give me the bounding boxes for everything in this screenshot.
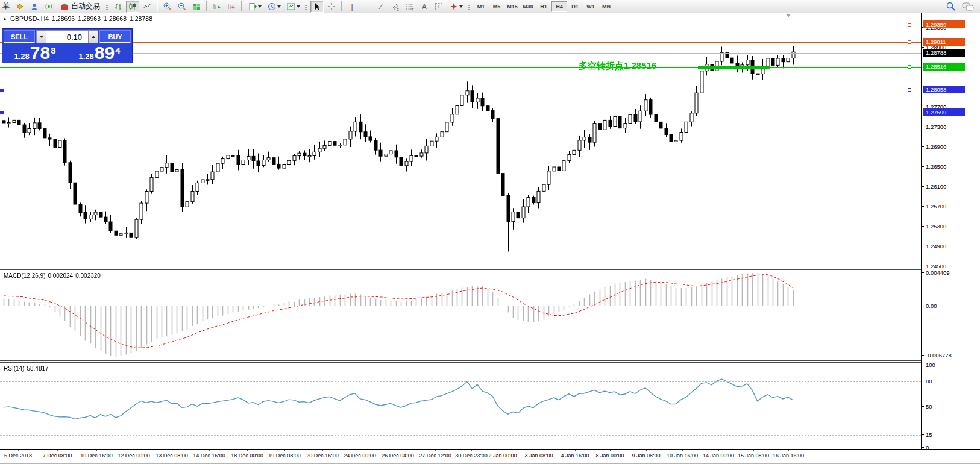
chart-shift-button[interactable] <box>210 1 224 13</box>
mt4-window: 单 自动交易 <box>0 0 980 464</box>
rsi-canvas[interactable] <box>0 363 921 449</box>
toolbar-grip <box>305 2 307 11</box>
cursor-button[interactable] <box>310 1 324 13</box>
fibonacci-button[interactable]: F <box>403 1 416 13</box>
time-axis[interactable]: 5 Dec 20187 Dec 08:0010 Dec 16:0012 Dec … <box>0 449 980 464</box>
time-label: 12 Dec 00:00 <box>118 453 150 459</box>
price-badge: 1.29359 <box>923 20 965 28</box>
line-handle[interactable] <box>908 65 911 69</box>
line-handle[interactable] <box>908 23 911 27</box>
timeframe-m30[interactable]: M30 <box>520 1 536 12</box>
bar-chart-button[interactable] <box>112 1 125 13</box>
zoom-out-button[interactable] <box>175 1 189 13</box>
price-tick-label: 1.24900 <box>926 243 946 249</box>
arrows-button[interactable] <box>447 1 465 13</box>
chart-shift-marker <box>786 14 791 17</box>
toolbar-separator <box>157 1 158 11</box>
signal-icon[interactable] <box>42 1 55 13</box>
line-handle[interactable] <box>908 88 911 92</box>
profiles-icon[interactable] <box>28 1 41 13</box>
text-label-button[interactable]: T <box>432 1 445 13</box>
price-badge: 1.28058 <box>923 86 965 93</box>
time-tick <box>172 450 172 451</box>
tick-dash <box>922 355 924 356</box>
price-tick-label: 1.25700 <box>926 203 946 210</box>
rsi-axis-label: 100 <box>922 362 935 368</box>
timeframe-m1[interactable]: M1 <box>473 1 489 12</box>
macd-canvas[interactable] <box>0 270 921 360</box>
symbol-period: GBPUSD-,H4 <box>10 15 49 22</box>
tile-windows-button[interactable] <box>190 1 203 13</box>
buy-price-sup: 4 <box>115 46 120 55</box>
channel-button[interactable]: E <box>389 1 402 13</box>
volume-decrease-button[interactable] <box>36 30 46 43</box>
menu-fragment[interactable]: 单 <box>2 1 10 11</box>
sell-price[interactable]: 1.28788 <box>4 44 66 62</box>
candlestick-chart-button[interactable] <box>126 1 139 13</box>
buy-price[interactable]: 1.28894 <box>68 44 131 62</box>
price-tick: 1.26900 <box>922 143 946 150</box>
timeframe-m15[interactable]: M15 <box>504 1 520 12</box>
new-order-gold-icon[interactable] <box>13 1 27 13</box>
rsi-level-50 <box>0 407 921 407</box>
time-tick <box>57 450 58 451</box>
sell-button[interactable]: SELL <box>4 30 35 43</box>
pane-separator[interactable] <box>0 360 980 363</box>
svg-text:E: E <box>397 8 399 11</box>
timeframe-m5[interactable]: M5 <box>489 1 504 12</box>
rsi-axis-value: 15 <box>926 431 932 438</box>
time-label: 8 Jan 00:00 <box>595 453 624 459</box>
rsi-axis-label: 50 <box>922 403 932 410</box>
toolbar-grip <box>106 2 108 11</box>
tick-dash <box>922 226 924 227</box>
autotrading-button[interactable]: 自动交易 <box>57 1 103 13</box>
macd-axis-value: 0.00 <box>926 303 937 309</box>
vertical-line-icon: | <box>351 2 353 11</box>
ohlc-close: 1.28788 <box>130 15 152 22</box>
text-button[interactable]: A <box>418 1 431 13</box>
line-handle[interactable] <box>908 40 911 44</box>
autotrading-icon <box>60 2 69 11</box>
rsi-value: 58.4817 <box>27 365 48 372</box>
rsi-axis-value: 100 <box>926 362 935 368</box>
pane-separator[interactable] <box>0 268 980 270</box>
line-chart-button[interactable] <box>140 1 154 13</box>
timeframe-d1[interactable]: D1 <box>567 1 583 12</box>
time-label: 20 Dec 16:00 <box>306 453 339 459</box>
new-order-button[interactable] <box>245 1 263 13</box>
timeframe-w1[interactable]: W1 <box>583 1 598 12</box>
ohlc-open: 1.28696 <box>52 15 75 22</box>
trendline-button[interactable]: ∕ <box>374 1 388 13</box>
toolbar-separator <box>241 1 242 11</box>
indicators-button[interactable] <box>284 1 302 13</box>
horizontal-line-button[interactable]: — <box>360 1 373 13</box>
crosshair-button[interactable] <box>325 1 338 13</box>
autotrading-label: 自动交易 <box>71 1 100 11</box>
timeframe-h4[interactable]: H4 <box>551 1 567 12</box>
volume-input[interactable]: 0.10 <box>46 30 88 43</box>
buy-button[interactable]: BUY <box>99 30 131 43</box>
turning-point-segment[interactable] <box>698 66 770 69</box>
auto-scroll-button[interactable] <box>225 1 238 13</box>
zoom-in-button[interactable] <box>161 1 174 13</box>
toolbar-right <box>946 1 978 11</box>
chart-title: ▲ GBPUSD-,H4 1.28696 1.28963 1.28668 1.2… <box>2 15 152 22</box>
line-handle[interactable] <box>908 111 911 114</box>
price-tick-label: 1.26100 <box>926 183 946 190</box>
rsi-axis-value: 80 <box>926 378 932 384</box>
timeframe-mn[interactable]: MN <box>598 1 614 12</box>
price-axis[interactable]: 1.293001.289001.277001.273001.269001.265… <box>921 13 980 449</box>
bar-chart-icon <box>113 2 123 11</box>
price-chart-canvas[interactable] <box>0 13 921 268</box>
search-icon[interactable] <box>946 1 956 11</box>
timeframe-h1[interactable]: H1 <box>536 1 551 12</box>
period-button[interactable] <box>265 1 283 13</box>
tick-dash <box>922 381 924 381</box>
toolbar-grip <box>468 2 470 11</box>
volume-increase-button[interactable] <box>88 30 98 43</box>
chart-annotation[interactable]: 多空转折点1.28516 <box>579 60 656 72</box>
vertical-line-button[interactable]: | <box>345 1 359 13</box>
toolbar-separator <box>341 1 342 11</box>
chat-icon[interactable] <box>962 2 974 11</box>
trendline-icon: ∕ <box>380 2 382 11</box>
